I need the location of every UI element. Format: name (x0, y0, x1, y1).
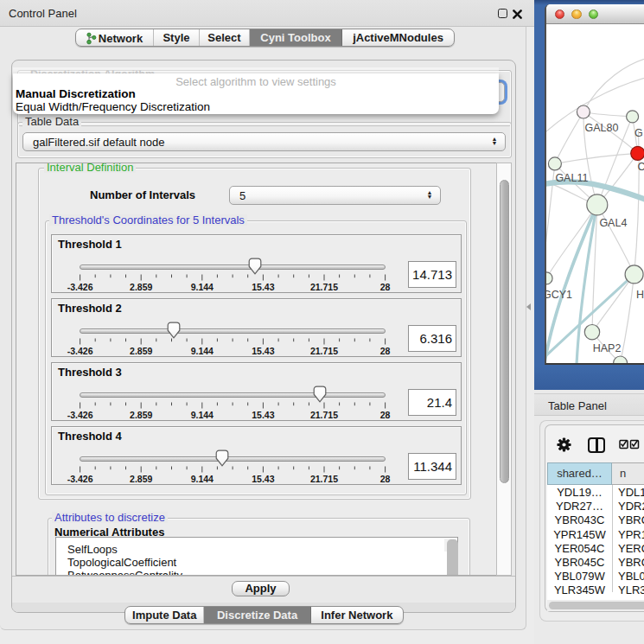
svg-text:GAL4: GAL4 (599, 217, 627, 229)
svg-text:HAP2: HAP2 (593, 342, 622, 354)
svg-text:GAL11: GAL11 (555, 172, 588, 184)
svg-text:GCY1: GCY1 (546, 289, 572, 301)
svg-text:G: G (634, 127, 643, 139)
svg-text:GAL80: GAL80 (585, 122, 619, 134)
svg-text:C: C (638, 161, 644, 173)
svg-text:H: H (636, 289, 644, 301)
